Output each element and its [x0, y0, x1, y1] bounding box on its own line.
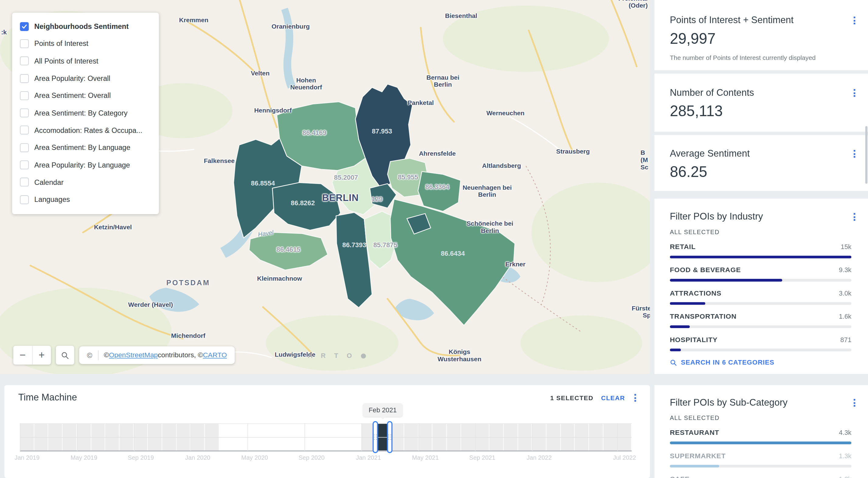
region-value-partial: 129	[371, 195, 382, 203]
category-count: 15k	[841, 243, 851, 251]
category-count: 871	[840, 336, 851, 343]
map-label-clipped-right-upper: B (M Sc	[641, 149, 648, 171]
checkbox[interactable]	[20, 22, 29, 31]
checkbox[interactable]	[20, 195, 29, 204]
layer-label: Area Sentiment: By Language	[34, 144, 130, 152]
kebab-menu-button[interactable]	[852, 211, 857, 222]
gridline	[305, 423, 305, 451]
map-label-city: Biesenthal	[445, 12, 477, 20]
time-machine-title: Time Machine	[18, 392, 77, 403]
kebab-menu-button[interactable]	[852, 15, 857, 26]
scrollbar-thumb[interactable]	[865, 126, 867, 184]
map-label-city: Michendorf	[171, 332, 205, 339]
category-name: SUPERMARKET	[670, 452, 726, 460]
category-row-retail[interactable]: RETAIL15k	[670, 243, 851, 258]
gridline	[617, 423, 618, 451]
dashboard: Kremmen Oranienburg Biesenthal Velten Ho…	[0, 0, 868, 478]
map-label-city: Falkensee	[204, 157, 235, 164]
divider	[98, 350, 98, 360]
category-count: 3.0k	[839, 289, 851, 297]
layer-item-all-points-of-interest[interactable]: All Points of Interest	[12, 52, 159, 70]
checkbox[interactable]	[20, 39, 29, 48]
watermark-letters: A R T O	[308, 352, 355, 359]
category-bar-fill	[670, 302, 705, 305]
carto-link[interactable]: CARTO	[203, 351, 227, 359]
layer-item-area-sentiment-by-category[interactable]: Area Sentiment: By Category	[12, 104, 159, 122]
openstreetmap-link[interactable]: OpenStreetMap	[109, 351, 158, 359]
layer-item-points-of-interest[interactable]: Points of Interest	[12, 35, 159, 52]
kebab-menu-button[interactable]	[852, 397, 857, 408]
zoom-out-button[interactable]: −	[13, 346, 32, 364]
subcategory-filter-card: Filter POIs by Sub-Category ALL SELECTED…	[654, 385, 868, 478]
map-search-button[interactable]	[56, 346, 74, 364]
layer-item-area-sentiment-overall[interactable]: Area Sentiment: Overall	[12, 87, 159, 104]
clear-button[interactable]: CLEAR	[601, 394, 625, 401]
checkbox[interactable]	[20, 126, 29, 135]
card-title: Average Sentiment	[670, 149, 851, 159]
layer-item-languages[interactable]: Languages	[12, 191, 159, 208]
checkbox[interactable]	[20, 178, 29, 187]
category-row-hospitality[interactable]: HOSPITALITY871	[670, 336, 851, 351]
layer-item-area-popularity-overall[interactable]: Area Popularity: Overall	[12, 70, 159, 87]
region-value: 86.6434	[441, 250, 465, 257]
selection-tooltip: Feb 2021	[363, 403, 403, 417]
category-row-supermarket[interactable]: SUPERMARKET1.3k	[670, 452, 851, 468]
tm-axis-label: Jan 2019	[14, 454, 39, 461]
category-bar-track	[670, 348, 851, 351]
range-handle-right[interactable]	[387, 421, 393, 453]
category-name: CAFE	[670, 475, 690, 478]
carto-watermark: A R T O	[308, 352, 366, 359]
layer-item-accomodation-rates[interactable]: Accomodation: Rates & Occupa...	[12, 122, 159, 139]
tm-axis-label: Sep 2021	[469, 454, 495, 461]
tm-axis-label: May 2020	[241, 454, 268, 461]
checkbox[interactable]	[20, 161, 29, 169]
category-name: ATTRACTIONS	[670, 289, 721, 297]
stat-card-poi-sentiment: Points of Interest + Sentiment 29,997 Th…	[654, 0, 868, 70]
checkbox[interactable]	[20, 143, 29, 152]
region-value: 86.4615	[277, 246, 301, 253]
gridline	[362, 423, 362, 451]
checkbox[interactable]	[20, 74, 29, 83]
category-row-food-beverage[interactable]: FOOD & BEVERAGE9.3k	[670, 266, 851, 282]
kebab-menu-button[interactable]	[852, 87, 857, 98]
category-row-cafe[interactable]: CAFE1.2k	[670, 475, 851, 478]
filter-status: ALL SELECTED	[670, 414, 851, 421]
category-row-attractions[interactable]: ATTRACTIONS3.0k	[670, 289, 851, 305]
map-label-city: Strausberg	[556, 148, 590, 155]
layer-item-neighbourhoods-sentiment[interactable]: Neighbourhoods Sentiment	[12, 18, 159, 35]
copyright-icon: ©	[87, 351, 92, 359]
search-in-categories-button[interactable]: SEARCH IN 6 CATEGORIES	[670, 358, 775, 366]
layer-label: Neighbourhoods Sentiment	[34, 22, 129, 30]
time-machine-header: Time Machine 1 SELECTED CLEAR	[5, 385, 650, 403]
map-label-clipped-right-lower: Fürste Sp	[631, 305, 650, 320]
layer-label: Area Popularity: By Language	[34, 161, 130, 169]
card-description: The number of Points of Interest current…	[670, 54, 851, 61]
zoom-in-button[interactable]: +	[32, 346, 51, 364]
kebab-menu-button[interactable]	[852, 149, 857, 159]
category-row-transportation[interactable]: TRANSPORTATION1.6k	[670, 313, 851, 328]
layer-item-calendar[interactable]: Calendar	[12, 173, 159, 191]
category-row-restaurant[interactable]: RESTAURANT4.3k	[670, 429, 851, 444]
checkbox[interactable]	[20, 57, 29, 65]
category-name: RETAIL	[670, 243, 696, 251]
range-handle-left[interactable]	[373, 421, 378, 453]
category-count: 1.6k	[839, 313, 851, 320]
map-label-city: Ketzin/Havel	[94, 224, 132, 231]
region-value: 86.3364	[425, 183, 450, 191]
category-bar-fill	[670, 465, 719, 467]
layer-item-area-sentiment-by-language[interactable]: Area Sentiment: By Language	[12, 139, 159, 156]
layer-item-area-popularity-by-language[interactable]: Area Popularity: By Language	[12, 156, 159, 173]
stat-card-average-sentiment: Average Sentiment 86.25	[654, 135, 868, 191]
kebab-menu-button[interactable]	[633, 392, 638, 403]
tm-axis-label: Jan 2020	[185, 454, 210, 461]
category-bar-track	[670, 442, 851, 444]
card-title: Filter POIs by Industry	[670, 211, 851, 222]
map-label-city: Neuenhagen bei Berlin	[461, 184, 514, 199]
map-label-berlin: BERLIN	[322, 193, 359, 204]
checkbox[interactable]	[20, 108, 29, 117]
checkbox[interactable]	[20, 91, 29, 100]
layer-label: Area Popularity: Overall	[34, 74, 111, 83]
category-name: TRANSPORTATION	[670, 313, 737, 320]
map-panel[interactable]: Kremmen Oranienburg Biesenthal Velten Ho…	[0, 0, 650, 374]
map-label-line: Sc	[641, 164, 648, 171]
